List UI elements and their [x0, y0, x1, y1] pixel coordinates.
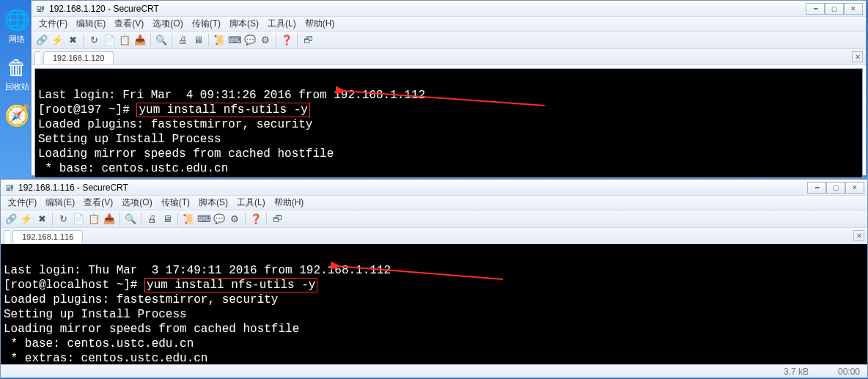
- terminal-line: * extras: centos.ustc.edu.cn: [4, 352, 207, 365]
- tb-extra-icon[interactable]: 🗗: [270, 212, 284, 227]
- tabstrip-lead: [34, 51, 40, 65]
- menu-transfer[interactable]: 传输(T): [157, 195, 194, 210]
- menu-view[interactable]: 查看(V): [110, 16, 148, 32]
- tb-pref-icon[interactable]: ⚙: [227, 212, 242, 227]
- separator: [119, 213, 120, 226]
- maximize-button[interactable]: ▢: [825, 3, 844, 15]
- menu-help[interactable]: 帮助(H): [301, 16, 339, 32]
- tb-new-icon[interactable]: 📄: [102, 33, 117, 48]
- tabstrip: 192.168.1.116 ✕: [1, 228, 867, 244]
- terminal-prompt: [root@197 ~]#: [38, 103, 136, 117]
- tb-keymap-icon[interactable]: ⌨: [196, 212, 211, 227]
- session-tab[interactable]: 192.168.1.120: [43, 51, 114, 65]
- close-button[interactable]: ✕: [845, 182, 864, 194]
- separator: [245, 213, 246, 226]
- tb-copy-icon[interactable]: 📋: [117, 33, 132, 48]
- minimize-button[interactable]: ━: [806, 3, 825, 15]
- tb-new-icon[interactable]: 📄: [71, 212, 86, 227]
- app-icon: 🖳: [4, 182, 15, 194]
- terminal-prompt: [root@localhost ~]#: [4, 279, 144, 292]
- titlebar[interactable]: 🖳 192.168.1.116 - SecureCRT ━ ▢ ✕: [1, 180, 867, 196]
- tab-close-icon[interactable]: ✕: [852, 51, 863, 62]
- desktop-icon-app[interactable]: 🧭: [3, 103, 31, 128]
- menu-transfer[interactable]: 传输(T): [188, 16, 225, 32]
- tb-find-icon[interactable]: 🔍: [123, 212, 138, 227]
- tb-script-icon[interactable]: 📜: [212, 33, 227, 48]
- menu-tools[interactable]: 工具(L): [263, 16, 301, 32]
- desktop-icon-recycle[interactable]: 🗑 回收站: [3, 55, 31, 92]
- terminal[interactable]: Last login: Thu Mar 3 17:49:11 2016 from…: [1, 244, 867, 378]
- globe-icon: 🌐: [4, 7, 29, 32]
- menu-edit[interactable]: 编辑(E): [72, 16, 110, 32]
- tb-reconnect-icon[interactable]: ↻: [56, 212, 70, 227]
- tb-find-icon[interactable]: 🔍: [154, 33, 169, 48]
- terminal-line: Loading mirror speeds from cached hostfi…: [38, 147, 334, 161]
- tb-connect-icon[interactable]: 🔗: [4, 212, 18, 227]
- tb-extra-icon[interactable]: 🗗: [301, 33, 315, 48]
- desktop-icons: 🌐 网络 🗑 回收站 🧭: [3, 7, 32, 138]
- trash-icon: 🗑: [4, 55, 29, 80]
- separator: [141, 213, 141, 226]
- separator: [266, 213, 267, 226]
- menu-view[interactable]: 查看(V): [79, 195, 117, 210]
- separator: [83, 34, 84, 47]
- session-tab[interactable]: 192.168.1.116: [12, 230, 83, 243]
- tabstrip-lead: [4, 230, 10, 243]
- window-title: 192.168.1.116 - SecureCRT: [18, 183, 807, 193]
- minimize-button[interactable]: ━: [807, 182, 826, 194]
- separator: [172, 34, 172, 47]
- tb-term-icon[interactable]: 🖥: [191, 33, 205, 48]
- menubar: 文件(F) 编辑(E) 查看(V) 选项(O) 传输(T) 脚本(S) 工具(L…: [32, 17, 866, 32]
- terminal-line: Setting up Install Process: [38, 133, 221, 146]
- tb-help-icon[interactable]: ❓: [249, 212, 263, 227]
- tb-quick-icon[interactable]: ⚡: [19, 212, 34, 227]
- menu-file[interactable]: 文件(F): [4, 195, 41, 210]
- tb-quick-icon[interactable]: ⚡: [50, 33, 65, 48]
- close-button[interactable]: ✕: [844, 3, 863, 15]
- tb-print-icon[interactable]: 🖨: [144, 212, 159, 227]
- menu-help[interactable]: 帮助(H): [270, 195, 309, 210]
- menubar: 文件(F) 编辑(E) 查看(V) 选项(O) 传输(T) 脚本(S) 工具(L…: [1, 196, 867, 210]
- tb-copy-icon[interactable]: 📋: [87, 212, 101, 227]
- tb-help-icon[interactable]: ❓: [279, 33, 294, 48]
- titlebar[interactable]: 🖳 192.168.1.120 - SecureCRT ━ ▢ ✕: [32, 1, 866, 17]
- separator: [297, 34, 298, 47]
- tb-chat-icon[interactable]: 💬: [212, 212, 227, 227]
- terminal-line: Last login: Fri Mar 4 09:31:26 2016 from…: [38, 89, 425, 102]
- tb-script-icon[interactable]: 📜: [181, 212, 196, 227]
- tb-paste-icon[interactable]: 📥: [133, 33, 147, 48]
- separator: [208, 34, 209, 47]
- tb-print-icon[interactable]: 🖨: [175, 33, 190, 48]
- maximize-button[interactable]: ▢: [826, 182, 845, 194]
- tb-term-icon[interactable]: 🖥: [160, 212, 174, 227]
- highlighted-command: yum install nfs-utils -y: [136, 103, 309, 117]
- terminal-line: Loaded plugins: fastestmirror, security: [38, 118, 312, 131]
- toolbar: 🔗 ⚡ ✖ ↻ 📄 📋 📥 🔍 🖨 🖥 📜 ⌨ 💬 ⚙ ❓ 🗗: [1, 210, 867, 228]
- tb-connect-icon[interactable]: 🔗: [34, 33, 49, 48]
- tb-reconnect-icon[interactable]: ↻: [87, 33, 101, 48]
- menu-options[interactable]: 选项(O): [117, 195, 156, 210]
- menu-edit[interactable]: 编辑(E): [41, 195, 79, 210]
- window-securecrt-120: 🖳 192.168.1.120 - SecureCRT ━ ▢ ✕ 文件(F) …: [31, 0, 867, 176]
- desktop-icon-label: 网络: [3, 34, 31, 45]
- menu-tools[interactable]: 工具(L): [232, 195, 270, 210]
- desktop-icon-network[interactable]: 🌐 网络: [3, 7, 31, 45]
- separator: [276, 34, 276, 47]
- terminal-line: Loading mirror speeds from cached hostfi…: [4, 323, 299, 336]
- menu-options[interactable]: 选项(O): [148, 16, 187, 32]
- menu-script[interactable]: 脚本(S): [225, 16, 263, 32]
- menu-file[interactable]: 文件(F): [34, 16, 72, 32]
- toolbar: 🔗 ⚡ ✖ ↻ 📄 📋 📥 🔍 🖨 🖥 📜 ⌨ 💬 ⚙ ❓ 🗗: [32, 32, 866, 49]
- tb-disconnect-icon[interactable]: ✖: [34, 212, 49, 227]
- menu-script[interactable]: 脚本(S): [194, 195, 232, 210]
- desktop-icon-label: 回收站: [3, 81, 31, 92]
- terminal[interactable]: Last login: Fri Mar 4 09:31:26 2016 from…: [34, 68, 863, 178]
- tb-pref-icon[interactable]: ⚙: [258, 33, 273, 48]
- tab-close-icon[interactable]: ✕: [853, 230, 864, 241]
- tb-paste-icon[interactable]: 📥: [102, 212, 117, 227]
- tb-keymap-icon[interactable]: ⌨: [227, 33, 242, 48]
- separator: [150, 34, 151, 47]
- terminal-line: * base: centos.ustc.edu.cn: [4, 337, 194, 350]
- tb-disconnect-icon[interactable]: ✖: [65, 33, 80, 48]
- tb-chat-icon[interactable]: 💬: [243, 33, 257, 48]
